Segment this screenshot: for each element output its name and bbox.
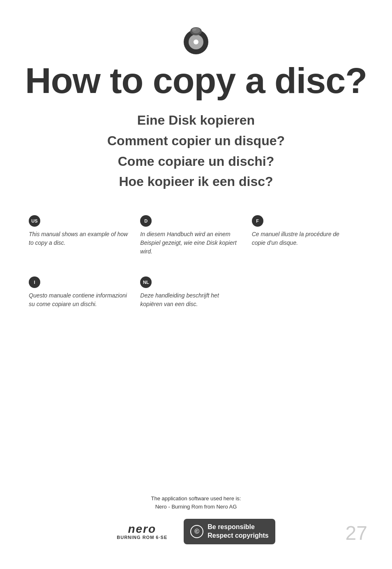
- copyright-icon: ©: [190, 525, 203, 538]
- subtitle-it: Come copiare un dischi?: [25, 153, 367, 170]
- svg-point-2: [194, 39, 198, 44]
- page: How to copy a disc? Eine Disk kopieren C…: [0, 0, 392, 569]
- lang-badge-it: I: [29, 276, 40, 288]
- subtitle-fr: Comment copier un disque?: [25, 132, 367, 150]
- app-line1: The application software used here is:: [151, 495, 241, 502]
- copyright-line2: Respect copyrights: [208, 532, 268, 539]
- lang-text-de: In diesem Handbuch wird an einem Beispie…: [140, 230, 239, 256]
- lang-col-it: I Questo manuale contiene informazioni s…: [29, 276, 140, 309]
- lang-text-us: This manual shows an example of how to c…: [29, 230, 128, 247]
- lang-badge-nl: NL: [140, 276, 152, 288]
- lang-col-fr: F Ce manuel illustre la procédure de cop…: [252, 215, 363, 256]
- nero-logo: nero BURNING ROM 6·SE: [117, 523, 167, 540]
- nero-brand-text: nero: [128, 523, 156, 535]
- copyright-line1: Be responsible: [208, 523, 255, 530]
- lang-text-it: Questo manuale contiene informazioni su …: [29, 291, 128, 309]
- svg-point-5: [192, 28, 196, 31]
- lang-text-nl: Deze handleiding beschrijft het kopiëren…: [140, 291, 239, 309]
- lang-col-nl: NL Deze handleiding beschrijft het kopië…: [140, 276, 251, 309]
- lang-badge-us: US: [29, 215, 40, 227]
- footer-bottom: nero BURNING ROM 6·SE © Be responsible R…: [25, 519, 367, 544]
- page-number: 27: [346, 522, 367, 544]
- language-grid-bottom: I Questo manuale contiene informazioni s…: [25, 276, 367, 309]
- lang-badge-de: D: [140, 215, 152, 227]
- lang-badge-fr: F: [252, 215, 263, 227]
- lang-col-us: US This manual shows an example of how t…: [29, 215, 140, 256]
- lang-col-de: D In diesem Handbuch wird an einem Beisp…: [140, 215, 251, 256]
- language-grid-top: US This manual shows an example of how t…: [25, 215, 367, 256]
- copyright-text: Be responsible Respect copyrights: [208, 523, 268, 540]
- main-title: How to copy a disc?: [25, 62, 367, 100]
- subtitle-de: Eine Disk kopieren: [25, 112, 367, 129]
- subtitle-nl: Hoe kopieer ik een disc?: [25, 173, 367, 190]
- app-line2: Nero - Burning Rom from Nero AG: [155, 504, 237, 510]
- footer-section: The application software used here is: N…: [25, 495, 367, 544]
- copyright-badge: © Be responsible Respect copyrights: [184, 519, 275, 544]
- subtitles-section: Eine Disk kopieren Comment copier un dis…: [25, 112, 367, 190]
- lang-text-fr: Ce manuel illustre la procédure de copie…: [252, 230, 351, 247]
- header-section: How to copy a disc? Eine Disk kopieren C…: [25, 16, 367, 190]
- disc-logo-icon: [180, 25, 212, 58]
- nero-sub-text: BURNING ROM 6·SE: [117, 535, 167, 540]
- lang-col-empty: [252, 276, 363, 309]
- app-software-text: The application software used here is: N…: [25, 495, 367, 511]
